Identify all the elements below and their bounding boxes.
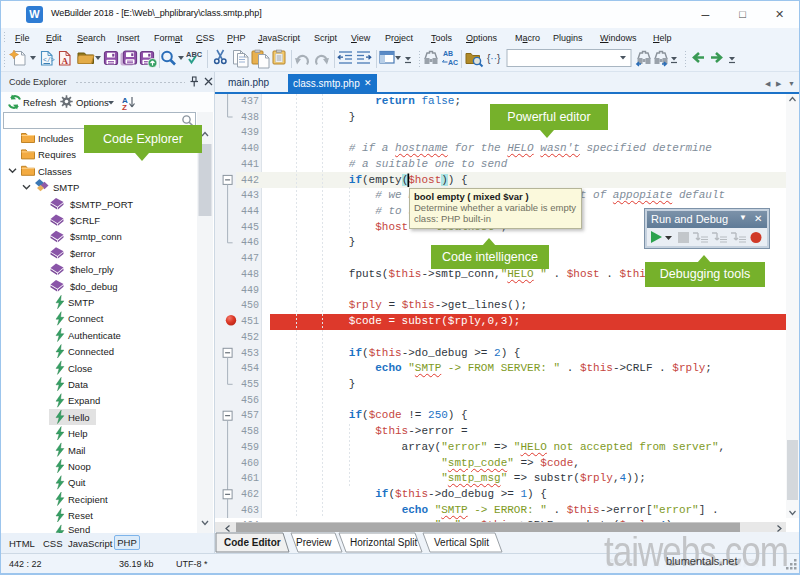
- svg-text:{··}: {··}: [487, 53, 501, 64]
- svg-text:AC: AC: [448, 59, 458, 66]
- svg-text:AB: AB: [443, 50, 453, 57]
- svg-text:A: A: [62, 56, 69, 66]
- svg-text:</>: </>: [43, 57, 55, 64]
- svg-text:Z: Z: [122, 103, 127, 112]
